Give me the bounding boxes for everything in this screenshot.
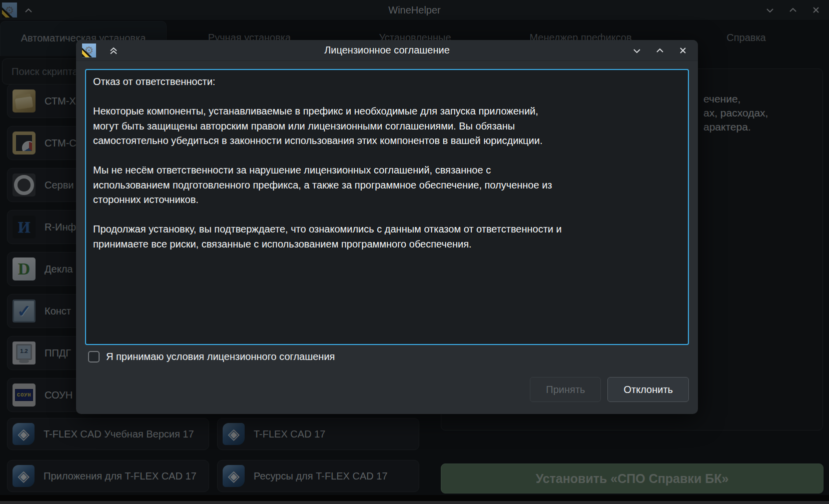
chevron-up-icon — [654, 44, 666, 56]
screen: ⚙ WineHelper — [0, 0, 829, 504]
desktop-strip — [0, 495, 829, 504]
accept-terms-label: Я принимаю условия лицензионного соглаше… — [106, 351, 335, 362]
dialog-title: Лицензионное соглашение — [76, 44, 698, 56]
dialog-shade-button[interactable] — [107, 44, 120, 57]
license-dialog: ⚙ Лицензионное соглашение — [76, 40, 698, 414]
accept-terms-row: Я принимаю условия лицензионного соглаше… — [88, 351, 335, 362]
double-chevron-up-icon — [108, 44, 120, 56]
chevron-down-icon — [631, 44, 643, 56]
license-text-area[interactable]: Отказ от ответственности: Некоторые комп… — [85, 69, 689, 345]
taskbar-edge — [0, 501, 829, 504]
license-paragraph: Продолжая установку, вы подтверждаете, ч… — [93, 222, 566, 252]
license-heading: Отказ от ответственности: — [93, 74, 566, 90]
dialog-titlebar: ⚙ Лицензионное соглашение — [76, 40, 698, 61]
decline-button[interactable]: Отклонить — [607, 377, 689, 402]
license-paragraph: Мы не несём ответственности за нарушение… — [93, 163, 566, 208]
accept-terms-checkbox[interactable] — [88, 351, 100, 362]
license-paragraph: Некоторые компоненты, устанавливаемые в … — [93, 104, 566, 148]
dialog-app-icon[interactable]: ⚙ — [82, 44, 96, 58]
dialog-window-controls — [631, 40, 689, 60]
accept-button-label: Принять — [546, 384, 585, 396]
dialog-minimize-button[interactable] — [631, 44, 643, 56]
x-icon — [677, 44, 689, 56]
decline-button-label: Отклонить — [623, 384, 673, 396]
accept-button[interactable]: Принять — [530, 377, 601, 402]
dialog-close-button[interactable] — [677, 44, 689, 56]
dialog-maximize-button[interactable] — [654, 44, 666, 56]
dialog-buttons: Принять Отклонить — [530, 377, 689, 402]
